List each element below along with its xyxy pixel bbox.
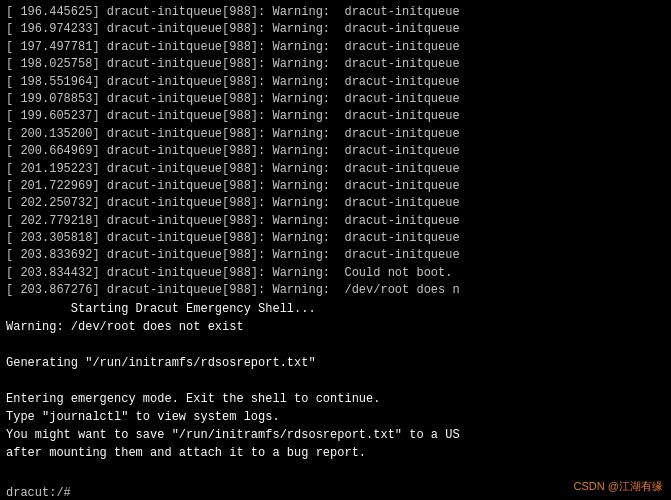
- log-line: [ 196.974233] dracut-initqueue[988]: War…: [6, 21, 665, 38]
- log-line: [ 199.078853] dracut-initqueue[988]: War…: [6, 91, 665, 108]
- blank-line-3: [6, 462, 665, 480]
- log-line: [ 203.305818] dracut-initqueue[988]: War…: [6, 230, 665, 247]
- blank-line-2: [6, 372, 665, 390]
- generating-line: Generating "/run/initramfs/rdsosreport.t…: [6, 354, 665, 372]
- log-line: [ 203.834432] dracut-initqueue[988]: War…: [6, 265, 665, 282]
- log-line: [ 203.833692] dracut-initqueue[988]: War…: [6, 247, 665, 264]
- warning-root-line: Warning: /dev/root does not exist: [6, 318, 665, 336]
- log-line: [ 200.664969] dracut-initqueue[988]: War…: [6, 143, 665, 160]
- log-line: [ 198.025758] dracut-initqueue[988]: War…: [6, 56, 665, 73]
- blank-line-1: [6, 336, 665, 354]
- log-line: [ 202.250732] dracut-initqueue[988]: War…: [6, 195, 665, 212]
- watermark-text: CSDN @江湖有缘: [574, 480, 663, 492]
- mount-line: after mounting them and attach it to a b…: [6, 444, 665, 462]
- emergency-mode-line: Entering emergency mode. Exit the shell …: [6, 390, 665, 408]
- terminal: [ 196.445625] dracut-initqueue[988]: War…: [0, 0, 671, 500]
- log-line: [ 196.445625] dracut-initqueue[988]: War…: [6, 4, 665, 21]
- log-line: [ 197.497781] dracut-initqueue[988]: War…: [6, 39, 665, 56]
- log-line: [ 203.867276] dracut-initqueue[988]: War…: [6, 282, 665, 299]
- log-line: [ 201.195223] dracut-initqueue[988]: War…: [6, 161, 665, 178]
- log-line: [ 201.722969] dracut-initqueue[988]: War…: [6, 178, 665, 195]
- log-line: [ 202.779218] dracut-initqueue[988]: War…: [6, 213, 665, 230]
- log-area: [ 196.445625] dracut-initqueue[988]: War…: [6, 4, 665, 500]
- journalctl-line: Type "journalctl" to view system logs.: [6, 408, 665, 426]
- shell-prompt[interactable]: dracut:/#: [6, 484, 665, 500]
- log-line: [ 199.605237] dracut-initqueue[988]: War…: [6, 108, 665, 125]
- starting-emergency-line: Starting Dracut Emergency Shell...: [6, 300, 665, 318]
- watermark: CSDN @江湖有缘: [574, 479, 663, 494]
- log-line: [ 198.551964] dracut-initqueue[988]: War…: [6, 74, 665, 91]
- save-line: You might want to save "/run/initramfs/r…: [6, 426, 665, 444]
- log-line: [ 200.135200] dracut-initqueue[988]: War…: [6, 126, 665, 143]
